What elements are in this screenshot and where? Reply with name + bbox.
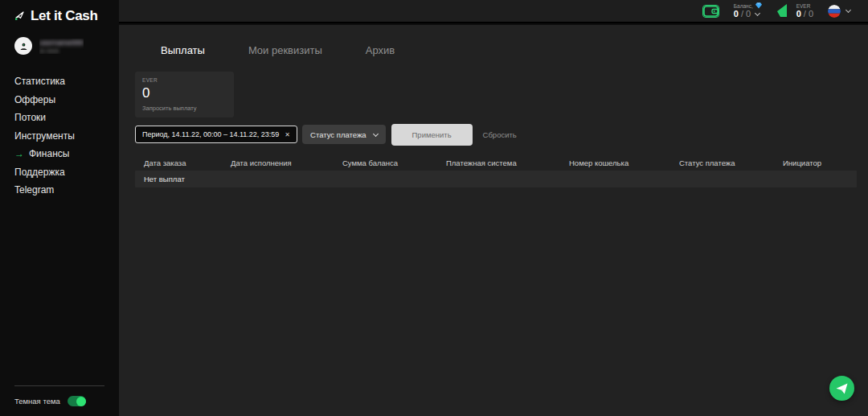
balance-label: Баланс, xyxy=(734,3,753,9)
chevron-down-icon xyxy=(755,10,760,15)
col-payment-system: Платежная система xyxy=(437,159,560,167)
sidebar-item-telegram[interactable]: Telegram xyxy=(14,181,104,200)
sidebar-item-statistics[interactable]: Статистика xyxy=(14,72,104,91)
ever-flag-icon xyxy=(776,3,791,18)
ever-separator: / xyxy=(804,9,806,19)
paper-plane-icon xyxy=(836,383,848,394)
toggle-knob xyxy=(76,397,86,406)
telegram-fab-button[interactable] xyxy=(829,376,854,401)
payouts-table: Дата заказа Дата исполнения Сумма баланс… xyxy=(135,154,857,187)
table-empty-row: Нет выплат xyxy=(135,171,857,187)
russian-flag-icon xyxy=(828,5,841,18)
tab-payouts[interactable]: Выплаты xyxy=(161,44,205,56)
wallet-icon[interactable] xyxy=(702,5,719,18)
request-payout-link[interactable]: Запросить выплату xyxy=(142,105,227,112)
balance-total: 0 xyxy=(746,9,751,19)
active-arrow-icon: → xyxy=(14,148,24,159)
ever-current: 0 xyxy=(796,9,801,19)
user-name-redacted: username000 xyxy=(39,39,84,47)
ever-balance: EVER 0 / 0 xyxy=(776,3,813,19)
col-wallet-number: Номер кошелька xyxy=(560,159,670,167)
sidebar-item-streams[interactable]: Потоки xyxy=(14,109,104,127)
language-selector[interactable] xyxy=(828,5,850,18)
sidebar-nav: Статистика Офферы Потоки Инструменты → Ф… xyxy=(14,72,104,200)
col-execution-date: Дата исполнения xyxy=(222,159,334,167)
balance-card: EVER 0 Запросить выплату xyxy=(135,72,234,117)
sidebar-item-tools[interactable]: Инструменты xyxy=(14,127,104,146)
dark-theme-toggle[interactable] xyxy=(68,396,86,406)
balance-separator: / xyxy=(741,9,743,19)
card-currency: EVER xyxy=(142,77,227,83)
tab-archive[interactable]: Архив xyxy=(366,44,395,56)
avatar xyxy=(14,37,32,55)
gem-icon xyxy=(755,2,762,9)
logo-icon xyxy=(14,10,26,22)
chevron-down-icon xyxy=(373,130,379,136)
ever-label: EVER xyxy=(796,3,813,9)
topbar: Баланс, 0 / 0 EVER 0 / 0 xyxy=(119,0,868,23)
sidebar-item-offers[interactable]: Офферы xyxy=(14,91,104,109)
col-initiator: Инициатор xyxy=(774,159,857,167)
brand-name: Let it Cash xyxy=(31,8,98,24)
payment-status-dropdown[interactable]: Статус платежа xyxy=(302,125,386,144)
ever-total: 0 xyxy=(809,9,813,19)
col-balance-amount: Сумма баланса xyxy=(334,159,437,167)
user-meta-redacted: ID 0000 xyxy=(39,48,84,54)
sidebar-item-finance[interactable]: → Финансы xyxy=(14,145,104,163)
period-filter[interactable]: Период, 14.11.22, 00:00 – 14.11.22, 23:5… xyxy=(135,126,297,143)
tabs: Выплаты Мои реквизиты Архив xyxy=(161,44,857,56)
period-value: Период, 14.11.22, 00:00 – 14.11.22, 23:5… xyxy=(142,130,279,138)
tab-requisites[interactable]: Мои реквизиты xyxy=(248,44,322,56)
apply-button[interactable]: Применить xyxy=(391,124,473,146)
theme-toggle-label: Темная тема xyxy=(14,397,60,406)
col-payment-status: Статус платежа xyxy=(670,159,774,167)
sidebar-divider xyxy=(14,385,104,386)
table-header-row: Дата заказа Дата исполнения Сумма баланс… xyxy=(135,154,857,171)
balance-current: 0 xyxy=(734,9,739,19)
chevron-down-icon xyxy=(845,6,851,12)
sidebar-item-support[interactable]: Поддержка xyxy=(14,163,104,182)
main-content: Выплаты Мои реквизиты Архив EVER 0 Запро… xyxy=(119,25,868,416)
card-amount: 0 xyxy=(142,85,227,101)
brand-logo[interactable]: Let it Cash xyxy=(14,8,104,24)
reset-button[interactable]: Сбросить xyxy=(483,130,517,139)
clear-period-icon[interactable]: ✕ xyxy=(285,131,290,138)
col-order-date: Дата заказа xyxy=(135,159,222,167)
balance-summary[interactable]: Баланс, 0 / 0 xyxy=(734,2,762,19)
user-profile[interactable]: username000 ID 0000 xyxy=(14,37,104,55)
empty-state-text: Нет выплат xyxy=(135,175,857,183)
sidebar: Let it Cash username000 ID 0000 Статисти… xyxy=(0,0,119,416)
filters-bar: Период, 14.11.22, 00:00 – 14.11.22, 23:5… xyxy=(135,123,857,146)
